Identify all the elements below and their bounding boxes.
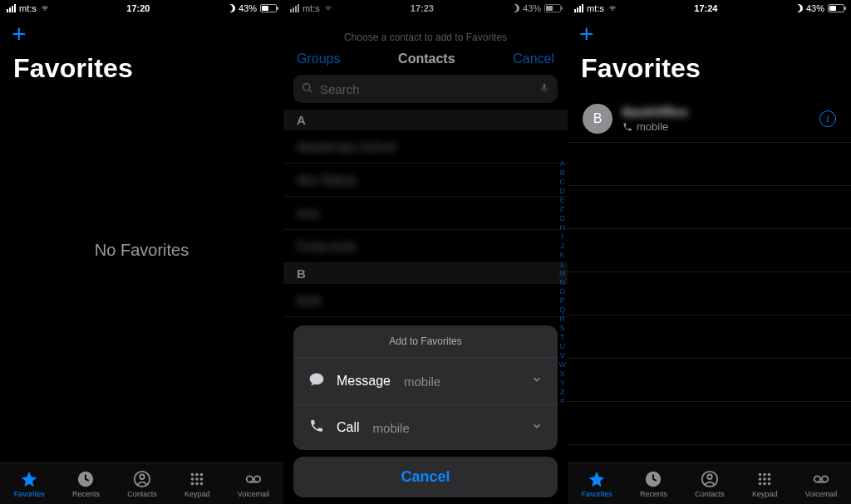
action-sheet: Add to Favorites Message mobile Call xyxy=(293,325,558,497)
carrier-label: mt:s xyxy=(587,3,604,13)
sheet-cancel-button[interactable]: Cancel xyxy=(293,457,558,497)
battery-icon xyxy=(260,4,277,12)
empty-state-text: No Favorites xyxy=(0,241,283,260)
svg-point-31 xyxy=(814,476,820,482)
tab-label: Voicemail xyxy=(238,490,270,498)
favorite-row[interactable]: B BackOffice mobile i xyxy=(568,95,851,143)
svg-point-13 xyxy=(254,476,260,482)
svg-point-25 xyxy=(759,477,762,481)
svg-point-22 xyxy=(759,472,762,476)
clock-icon xyxy=(644,470,662,488)
svg-point-11 xyxy=(200,482,204,485)
empty-row xyxy=(568,229,851,272)
tab-voicemail[interactable]: Voicemail xyxy=(805,470,838,498)
tab-keypad[interactable]: Keypad xyxy=(184,470,210,498)
message-icon xyxy=(308,371,325,391)
voicemail-icon xyxy=(812,470,830,488)
tab-label: Recents xyxy=(72,490,100,498)
svg-point-21 xyxy=(707,474,712,479)
svg-point-24 xyxy=(768,472,771,476)
contact-icon xyxy=(701,470,719,488)
info-button[interactable]: i xyxy=(819,110,836,127)
svg-point-23 xyxy=(763,472,766,476)
battery-pct: 43% xyxy=(239,3,257,13)
svg-point-26 xyxy=(763,477,766,481)
svg-point-5 xyxy=(200,472,204,476)
svg-point-27 xyxy=(768,477,771,481)
sheet-option-label: Call xyxy=(337,420,360,435)
page-title: Favorites xyxy=(568,46,851,91)
battery-pct: 43% xyxy=(806,3,824,13)
sheet-option-sub: mobile xyxy=(404,374,440,389)
chevron-down-icon xyxy=(531,374,543,389)
signal-icon xyxy=(7,4,16,12)
signal-icon xyxy=(574,4,583,12)
tab-label: Recents xyxy=(640,490,667,498)
sheet-option-message[interactable]: Message mobile xyxy=(293,358,558,405)
phone-icon xyxy=(308,418,325,437)
tab-label: Contacts xyxy=(695,490,725,498)
tab-label: Keypad xyxy=(752,490,778,498)
carrier-label: mt:s xyxy=(19,3,37,13)
tab-voicemail[interactable]: Voicemail xyxy=(238,470,270,498)
svg-point-10 xyxy=(195,482,199,485)
empty-row xyxy=(568,143,851,186)
svg-point-7 xyxy=(195,477,199,481)
star-icon xyxy=(588,470,606,488)
tab-bar: Favorites Recents Contacts Keypad Voicem… xyxy=(568,462,851,504)
sheet-option-call[interactable]: Call mobile xyxy=(293,405,558,450)
tab-recents[interactable]: Recents xyxy=(72,470,100,498)
keypad-icon xyxy=(755,470,774,488)
add-favorite-button[interactable]: + xyxy=(0,17,283,46)
pane-contact-picker: mt:s 17:23 43% Choose a contact to add t… xyxy=(283,0,568,504)
svg-point-12 xyxy=(247,476,253,482)
empty-row xyxy=(568,186,851,229)
keypad-icon xyxy=(188,470,206,488)
svg-point-6 xyxy=(191,477,194,481)
empty-row xyxy=(568,272,851,316)
svg-point-32 xyxy=(822,476,828,482)
empty-row xyxy=(568,316,851,359)
clock-icon xyxy=(76,470,95,488)
add-favorite-button[interactable]: + xyxy=(568,17,851,46)
pane-empty-favorites: mt:s 17:20 43% + Favorites No Favorites … xyxy=(0,0,283,504)
tab-contacts[interactable]: Contacts xyxy=(695,470,725,498)
dnd-moon-icon xyxy=(227,4,235,12)
svg-point-29 xyxy=(763,482,766,485)
status-bar: mt:s 17:24 43% xyxy=(568,0,851,17)
svg-point-3 xyxy=(191,472,194,476)
tab-keypad[interactable]: Keypad xyxy=(752,470,778,498)
empty-row xyxy=(568,402,851,445)
tab-label: Favorites xyxy=(582,490,612,498)
svg-point-28 xyxy=(759,482,762,485)
wifi-icon xyxy=(40,5,50,12)
favorite-kind: mobile xyxy=(637,120,668,133)
svg-point-30 xyxy=(768,482,771,485)
voicemail-icon xyxy=(244,470,263,488)
avatar: B xyxy=(583,104,612,134)
wifi-icon xyxy=(608,5,617,12)
empty-row xyxy=(568,359,851,402)
status-bar: mt:s 17:20 43% xyxy=(0,0,283,17)
contact-icon xyxy=(133,470,151,488)
tab-label: Voicemail xyxy=(805,490,838,498)
svg-point-8 xyxy=(200,477,204,481)
tab-recents[interactable]: Recents xyxy=(640,470,667,498)
tab-label: Keypad xyxy=(184,490,210,498)
tab-label: Favorites xyxy=(14,490,45,498)
svg-point-4 xyxy=(195,472,199,476)
clock: 17:24 xyxy=(694,3,717,13)
clock: 17:20 xyxy=(126,3,150,13)
tab-bar: Favorites Recents Contacts Keypad Voicem… xyxy=(0,462,283,504)
dnd-moon-icon xyxy=(794,4,803,12)
battery-icon xyxy=(828,4,844,12)
sheet-option-label: Message xyxy=(337,374,391,389)
favorite-name: BackOffice xyxy=(622,105,809,119)
sheet-title: Add to Favorites xyxy=(293,325,558,358)
tab-contacts[interactable]: Contacts xyxy=(127,470,157,498)
sheet-option-sub: mobile xyxy=(373,421,410,435)
tab-favorites[interactable]: Favorites xyxy=(14,470,45,498)
page-title: Favorites xyxy=(0,46,283,91)
tab-favorites[interactable]: Favorites xyxy=(582,470,612,498)
phone-icon xyxy=(622,122,632,132)
